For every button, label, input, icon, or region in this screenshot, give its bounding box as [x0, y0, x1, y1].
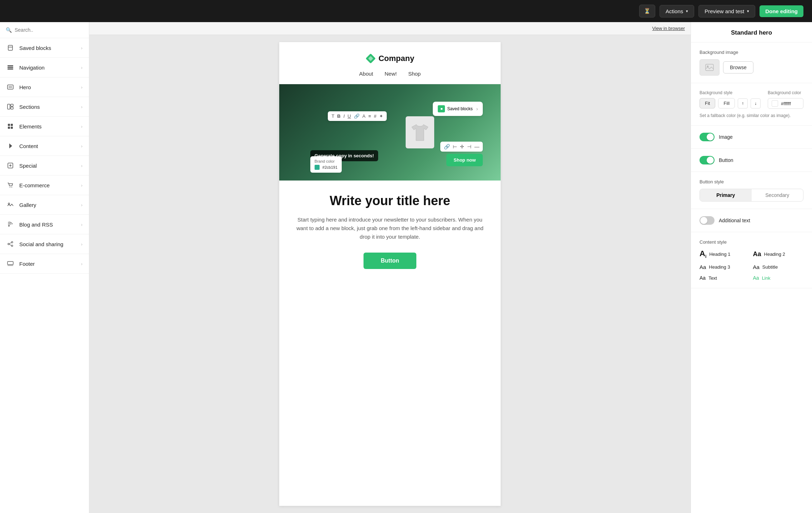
svg-line-22 — [9, 243, 11, 244]
svg-rect-25 — [7, 265, 13, 266]
image-toggle-label: Image — [719, 134, 733, 140]
sidebar-label-content: Content — [19, 143, 38, 149]
sidebar-label-sections: Sections — [19, 104, 40, 110]
additional-text-label: Additional text — [719, 218, 750, 223]
sidebar-item-content[interactable]: Content › — [0, 136, 89, 156]
fill-button[interactable]: Fill — [718, 98, 735, 108]
heading3-label: Heading 3 — [709, 264, 730, 270]
email-title[interactable]: Write your title here — [296, 193, 483, 208]
svg-point-18 — [8, 225, 10, 227]
social-icon — [6, 240, 14, 248]
email-body[interactable]: Start typing here and introduce your new… — [296, 215, 483, 241]
svg-line-23 — [9, 244, 11, 245]
sidebar-item-elements[interactable]: Elements › — [0, 117, 89, 136]
link-style[interactable]: Aa Link — [753, 275, 804, 281]
sidebar-item-social[interactable]: Social and sharing › — [0, 234, 89, 254]
email-hero: T B I U 🔗 A ≡ # ✦ Generate copy in — [279, 84, 501, 181]
color-picker[interactable]: #ffffff — [768, 98, 803, 109]
button-toggle-label: Button — [719, 157, 733, 163]
hero-image-controls: 🔗 ⊢ ✛ ⊣ — — [440, 142, 483, 152]
right-sidebar-title: Standard hero — [731, 29, 772, 36]
sidebar-item-blog-rss[interactable]: Blog and RSS › — [0, 215, 89, 234]
chevron-right-icon: › — [81, 242, 82, 247]
search-input[interactable] — [15, 27, 83, 33]
sidebar-item-gallery[interactable]: Gallery › — [0, 195, 89, 215]
chevron-right-icon: › — [81, 261, 82, 266]
main-layout: 🔍 Saved blocks › Navigation › — [0, 22, 812, 513]
bg-image-section: Background image Browse — [691, 42, 812, 83]
text-style[interactable]: Aa Text — [700, 275, 750, 281]
special-icon — [6, 162, 14, 169]
fit-button[interactable]: Fit — [700, 98, 715, 108]
svg-rect-12 — [11, 127, 13, 129]
chevron-right-icon: › — [81, 202, 82, 208]
footer-icon — [6, 260, 14, 268]
sidebar-item-navigation[interactable]: Navigation › — [0, 58, 89, 77]
gallery-icon — [6, 201, 14, 209]
sidebar-item-special[interactable]: Special › — [0, 156, 89, 176]
heading3-style[interactable]: Aa Heading 3 — [700, 264, 750, 270]
svg-rect-0 — [8, 45, 12, 50]
svg-rect-2 — [7, 67, 13, 68]
sidebar-item-saved-blocks[interactable]: Saved blocks › — [0, 38, 89, 58]
history-button[interactable]: ⏳ — [639, 5, 655, 17]
nav-icon — [6, 64, 14, 71]
sidebar-item-hero[interactable]: Hero › — [0, 77, 89, 97]
color-swatch — [772, 100, 778, 107]
image-toggle[interactable] — [700, 133, 715, 141]
content-style-section: Content style Ai Heading 1 Aa Heading 2 … — [691, 232, 812, 288]
sidebar-label-footer: Footer — [19, 261, 35, 267]
text-label: Text — [708, 275, 717, 281]
sidebar-item-footer[interactable]: Footer › — [0, 254, 89, 274]
view-in-browser-link[interactable]: View in browser — [652, 26, 685, 31]
blog-icon — [6, 220, 14, 228]
chevron-right-icon: › — [81, 104, 82, 110]
browse-button[interactable]: Browse — [723, 61, 753, 73]
brand-color-swatch — [315, 165, 320, 170]
subtitle-icon: Aa — [753, 264, 760, 270]
heading2-style[interactable]: Aa Heading 2 — [753, 249, 804, 259]
preview-button[interactable]: Preview and test ▾ — [698, 5, 755, 17]
hero-shop-now-button[interactable]: Shop now — [446, 154, 483, 166]
arrow-down-button[interactable]: ↓ — [751, 98, 761, 108]
primary-style-option[interactable]: Primary — [700, 189, 752, 201]
bookmark-icon — [6, 44, 14, 52]
canvas-area: View in browser Company — [89, 22, 691, 513]
nav-new[interactable]: New! — [385, 71, 397, 77]
additional-text-toggle[interactable] — [700, 216, 715, 225]
bg-color-label: Background color — [768, 90, 803, 95]
button-toggle-section: Button — [691, 149, 812, 172]
right-sidebar-header: Standard hero — [691, 22, 812, 42]
svg-marker-13 — [9, 143, 12, 148]
svg-rect-6 — [7, 104, 10, 109]
actions-label: Actions — [666, 8, 683, 14]
heading1-style[interactable]: Ai Heading 1 — [700, 249, 750, 259]
email-header: Company About New! Shop — [279, 42, 501, 84]
nav-about[interactable]: About — [359, 71, 373, 77]
svg-rect-11 — [8, 127, 10, 129]
sidebar-item-ecommerce[interactable]: E-commerce › — [0, 176, 89, 195]
hero-image[interactable]: T B I U 🔗 A ≡ # ✦ Generate copy in — [279, 84, 501, 181]
elements-icon — [6, 122, 14, 130]
sections-icon — [6, 103, 14, 111]
email-cta-button[interactable]: Button — [364, 253, 416, 269]
hero-saved-blocks-panel: ■ Saved blocks › — [433, 102, 483, 116]
sidebar-label-hero: Hero — [19, 84, 31, 90]
nav-shop[interactable]: Shop — [408, 71, 421, 77]
sidebar-item-sections[interactable]: Sections › — [0, 97, 89, 117]
secondary-style-option[interactable]: Secondary — [752, 189, 803, 201]
arrow-up-button[interactable]: ↑ — [738, 98, 748, 108]
brand-color-label: Brand color — [315, 159, 337, 163]
sidebar-label-social: Social and sharing — [19, 241, 63, 247]
canvas-scroll[interactable]: Company About New! Shop T B — [89, 35, 691, 513]
svg-rect-3 — [7, 68, 13, 70]
saved-blocks-icon: ■ — [438, 105, 445, 112]
actions-button[interactable]: Actions ▾ — [660, 5, 694, 17]
button-toggle[interactable] — [700, 156, 715, 164]
hero-text-toolbar: T B I U 🔗 A ≡ # ✦ — [328, 111, 387, 121]
search-bar: 🔍 — [0, 22, 89, 38]
heading2-icon: Aa — [753, 250, 761, 258]
hero-icon — [6, 83, 14, 91]
subtitle-style[interactable]: Aa Subtitle — [753, 264, 804, 270]
done-editing-button[interactable]: Done editing — [760, 5, 803, 17]
